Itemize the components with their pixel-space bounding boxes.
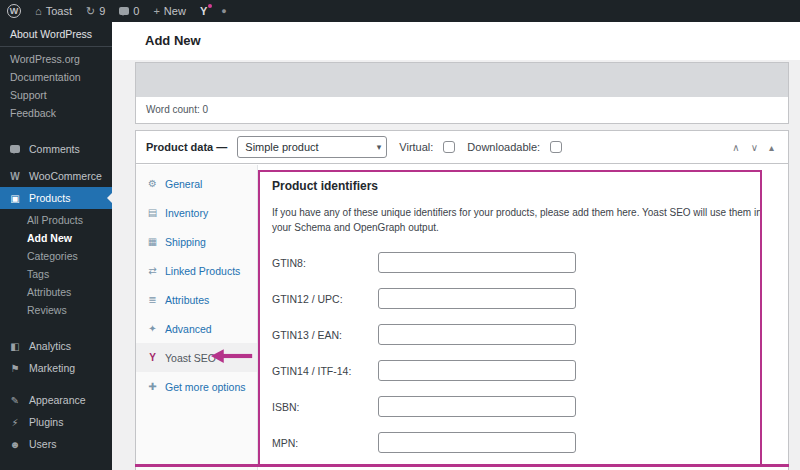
shipping-icon: ▦	[146, 236, 159, 247]
wordpress-logo-icon: W	[7, 4, 21, 18]
field-row-gtin13-ean: GTIN13 / EAN:	[272, 324, 774, 345]
analytics-icon: ◧	[8, 341, 22, 352]
tab-advanced[interactable]: ✦Advanced	[136, 314, 257, 343]
tab-general[interactable]: ⚙General	[136, 169, 257, 198]
tab-yoast-seo[interactable]: YYoast SEO	[136, 343, 257, 372]
yoast-icon: Y	[200, 0, 207, 22]
field-row-gtin12-upc: GTIN12 / UPC:	[272, 288, 774, 309]
submenu-item-attributes[interactable]: Attributes	[0, 283, 112, 301]
gtin13-ean-input[interactable]	[378, 324, 576, 345]
wordpress-logo-button[interactable]: W	[0, 0, 28, 22]
page-header: Add New	[112, 22, 800, 60]
screen: W ⌂ Toast ↻ 9 0 + New Y ● About WordPres…	[0, 0, 800, 470]
mpn-input[interactable]	[378, 432, 576, 453]
gtin8-label: GTIN8:	[272, 257, 378, 269]
sidebar-item-label: Marketing	[29, 362, 75, 374]
product-data-body: ⚙General ▤Inventory ▦Shipping ⇄Linked Pr…	[136, 165, 788, 470]
submenu-item-all-products[interactable]: All Products	[0, 211, 112, 229]
move-up-icon[interactable]: ∧	[732, 142, 739, 153]
divider	[0, 46, 112, 47]
gtin12-upc-input[interactable]	[378, 288, 576, 309]
field-row-gtin8: GTIN8:	[272, 252, 774, 273]
tab-shipping[interactable]: ▦Shipping	[136, 227, 257, 256]
gtin8-input[interactable]	[378, 252, 576, 273]
move-down-icon[interactable]: ∨	[751, 142, 758, 153]
sidebar-item-marketing[interactable]: ⚑ Marketing	[0, 357, 112, 379]
new-content-button[interactable]: + New	[146, 0, 192, 22]
menu-item-about-wordpress[interactable]: About WordPress	[0, 22, 112, 45]
menu-item-wordpress-org[interactable]: WordPress.org	[0, 50, 112, 68]
updates-indicator[interactable]: ↻ 9	[79, 0, 112, 22]
sidebar-item-comments[interactable]: Comments	[0, 138, 112, 160]
sidebar-item-label: Analytics	[29, 340, 71, 352]
editor-content-area[interactable]	[136, 63, 788, 97]
metabox-controls: ∧ ∨ ▴	[732, 142, 778, 153]
downloadable-checkbox[interactable]	[550, 141, 562, 153]
product-identifiers-panel: Product identifiers If you have any of t…	[258, 165, 788, 470]
sidebar-item-woocommerce[interactable]: W WooCommerce	[0, 165, 112, 187]
product-data-tabs: ⚙General ▤Inventory ▦Shipping ⇄Linked Pr…	[136, 165, 258, 470]
submenu-item-reviews[interactable]: Reviews	[0, 301, 112, 319]
plugins-icon: ⚡	[8, 417, 22, 428]
field-row-mpn: MPN:	[272, 432, 774, 453]
sidebar-item-label: WooCommerce	[29, 170, 102, 182]
gtin14-itf14-input[interactable]	[378, 360, 576, 381]
product-type-select-wrap: Simple product	[237, 136, 387, 158]
main-content: Add New Word count: 0 Product data — Sim…	[112, 22, 800, 470]
virtual-checkbox[interactable]	[443, 141, 455, 153]
product-type-select[interactable]: Simple product	[237, 136, 387, 158]
isbn-label: ISBN:	[272, 401, 378, 413]
sidebar-item-products[interactable]: ▣ Products	[0, 187, 112, 209]
sidebar-item-analytics[interactable]: ◧ Analytics	[0, 335, 112, 357]
extra-toolbar-icon[interactable]: ●	[214, 0, 233, 22]
linked-products-icon: ⇄	[146, 265, 159, 276]
users-icon: ☻	[8, 439, 22, 450]
submenu-item-add-new[interactable]: Add New	[0, 229, 112, 247]
woocommerce-icon: W	[8, 171, 22, 182]
admin-bar: W ⌂ Toast ↻ 9 0 + New Y ●	[0, 0, 800, 22]
word-count-value: 0	[203, 104, 209, 115]
updates-icon: ↻	[86, 0, 95, 22]
product-data-title: Product data —	[146, 141, 227, 153]
editor-panel: Word count: 0	[135, 62, 789, 124]
admin-menu: Comments W WooCommerce ▣ Products All Pr…	[0, 138, 112, 455]
wp-logo-menu: About WordPress WordPress.org Documentat…	[0, 22, 112, 122]
marketing-icon: ⚑	[8, 363, 22, 374]
yoast-seo-icon: Y	[146, 352, 159, 363]
toggle-panel-icon[interactable]: ▴	[769, 142, 774, 153]
plus-icon: +	[153, 0, 159, 22]
site-name-link[interactable]: ⌂ Toast	[28, 0, 79, 22]
product-data-metabox: Product data — Simple product Virtual: D…	[135, 130, 789, 470]
sidebar-item-label: Comments	[29, 143, 80, 155]
tab-inventory[interactable]: ▤Inventory	[136, 198, 257, 227]
new-label: New	[164, 0, 186, 22]
comments-icon	[119, 7, 129, 15]
isbn-input[interactable]	[378, 396, 576, 417]
sidebar-item-appearance[interactable]: ✎ Appearance	[0, 389, 112, 411]
menu-item-support[interactable]: Support	[0, 86, 112, 104]
submenu-item-categories[interactable]: Categories	[0, 247, 112, 265]
product-data-header: Product data — Simple product Virtual: D…	[136, 131, 788, 164]
comments-count: 0	[133, 0, 139, 22]
tab-get-more-options[interactable]: ✚Get more options	[136, 372, 257, 401]
tab-attributes[interactable]: ≣Attributes	[136, 285, 257, 314]
field-row-gtin14-itf14: GTIN14 / ITF-14:	[272, 360, 774, 381]
yoast-admin-button[interactable]: Y	[193, 0, 214, 22]
sidebar-item-label: Plugins	[29, 416, 63, 428]
admin-sidebar: About WordPress WordPress.org Documentat…	[0, 22, 112, 470]
menu-item-documentation[interactable]: Documentation	[0, 68, 112, 86]
menu-item-feedback[interactable]: Feedback	[0, 104, 112, 122]
products-icon: ▣	[8, 193, 22, 204]
sidebar-item-label: Products	[29, 192, 70, 204]
gtin13-ean-label: GTIN13 / EAN:	[272, 329, 378, 341]
active-menu-arrow	[102, 193, 112, 203]
comments-indicator[interactable]: 0	[112, 0, 146, 22]
downloadable-label: Downloadable:	[467, 141, 540, 153]
word-count: Word count: 0	[136, 97, 788, 122]
updates-count: 9	[99, 0, 105, 22]
submenu-item-tags[interactable]: Tags	[0, 265, 112, 283]
general-icon: ⚙	[146, 178, 159, 189]
tab-linked-products[interactable]: ⇄Linked Products	[136, 256, 257, 285]
sidebar-item-users[interactable]: ☻ Users	[0, 433, 112, 455]
sidebar-item-plugins[interactable]: ⚡ Plugins	[0, 411, 112, 433]
